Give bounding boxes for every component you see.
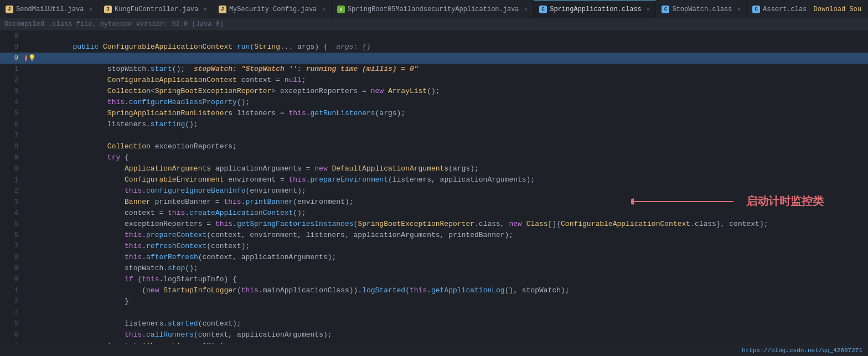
- tab-security[interactable]: J MySecurity Config.java ×: [213, 0, 332, 18]
- code-line-10: 0 💡 stopWatch.start(); stopWatch: "StopW…: [0, 53, 868, 64]
- code-line-34: 4 listeners.started(context);: [0, 307, 868, 318]
- code-line-18: 8 try {: [0, 141, 868, 152]
- code-line-24: 4 exceptionReporters = this.getSpringFac…: [0, 208, 868, 219]
- line-number-36: 6: [0, 329, 25, 340]
- line-number-11: 1: [0, 64, 25, 75]
- code-line-29: 9 if (this.logStartupInfo) {: [0, 263, 868, 274]
- line-number-17: 7: [0, 130, 25, 141]
- line-number-13: 3: [0, 86, 25, 97]
- code-line-25: 5 this.prepareContext(context, environme…: [0, 219, 868, 230]
- line-number-35: 5: [0, 318, 25, 329]
- code-line-35: 5 this.callRunners(context, applicationA…: [0, 318, 868, 329]
- download-source-link[interactable]: Download Sou: [807, 0, 868, 18]
- code-line-13: 3 this.configureHeadlessProperty();: [0, 86, 868, 97]
- tab-icon-kungfu: J: [104, 6, 112, 13]
- info-bar-text: Decompiled .class file, bytecode version…: [4, 20, 224, 28]
- tab-icon-spring-application: C: [539, 6, 547, 13]
- line-code-16: [36, 119, 868, 130]
- code-line-11: 1 ConfigurableApplicationContext context…: [0, 64, 868, 75]
- tab-close-spring-boot-app[interactable]: ×: [524, 6, 528, 13]
- line-number-34: 4: [0, 307, 25, 318]
- line-indicator-10: 💡: [25, 53, 36, 64]
- tab-close-spring-application[interactable]: ×: [647, 6, 650, 13]
- tab-close-security[interactable]: ×: [322, 6, 326, 13]
- tab-label-send-mail: SendMailUtil.java: [16, 6, 84, 13]
- tab-icon-assert: C: [752, 6, 760, 13]
- tab-icon-send-mail: J: [6, 6, 13, 13]
- code-line-8: 8 public ConfigurableApplicationContext …: [0, 30, 868, 42]
- status-bar-url[interactable]: https://blog.csdn.net/qq_42697271: [742, 347, 862, 354]
- breakpoint-icon: [25, 55, 27, 61]
- line-number-23: 3: [0, 197, 25, 208]
- line-number-9: 9: [0, 42, 25, 53]
- line-code-32: [36, 296, 868, 307]
- tab-label-kungfu: KungFuController.java: [115, 6, 198, 13]
- line-number-12: 2: [0, 75, 25, 86]
- tab-icon-spring-boot-app: S: [337, 6, 345, 13]
- code-line-26: 6 this.refreshContext(context);: [0, 230, 868, 241]
- tab-send-mail[interactable]: J SendMailUtil.java ×: [0, 0, 99, 18]
- code-line-9: 9 StopWatch stopWatch = new StopWatch();…: [0, 42, 868, 53]
- line-number-32: 2: [0, 296, 25, 307]
- line-number-24: 4: [0, 208, 25, 219]
- line-number-20: 0: [0, 163, 25, 174]
- line-number-25: 5: [0, 219, 25, 230]
- code-line-21: 1 this.configureIgnoreBeanInfo(environme…: [0, 174, 868, 185]
- code-line-15: 5 listeners.starting();: [0, 108, 868, 119]
- code-line-23: 3 context = this.createApplicationContex…: [0, 197, 868, 208]
- code-line-16: 6: [0, 119, 868, 130]
- tab-spring-application[interactable]: C SpringApplication.class ×: [534, 0, 656, 18]
- line-number-22: 2: [0, 185, 25, 197]
- line-number-31: 1: [0, 285, 25, 296]
- line-number-15: 5: [0, 108, 25, 119]
- code-line-36: 6 } catch (Throwable var10) {: [0, 329, 868, 340]
- tab-stopwatch[interactable]: C StopWatch.class ×: [656, 0, 747, 18]
- line-number-28: 8: [0, 252, 25, 263]
- line-number-21: 1: [0, 174, 25, 185]
- code-line-32: 2: [0, 296, 868, 307]
- line-number-14: 4: [0, 97, 25, 108]
- line-number-30: 0: [0, 274, 25, 285]
- line-number-16: 6: [0, 119, 25, 130]
- line-number-27: 7: [0, 241, 25, 252]
- tab-kungfu[interactable]: J KungFuController.java ×: [99, 0, 213, 18]
- code-line-28: 8 stopWatch.stop();: [0, 252, 868, 263]
- code-line-20: 0 ConfigurableEnvironment environment = …: [0, 163, 868, 174]
- code-line-12: 2 Collection<SpringBootExceptionReporter…: [0, 75, 868, 86]
- tab-label-assert: Assert.class: [763, 6, 810, 13]
- line-number-26: 6: [0, 230, 25, 241]
- tab-close-send-mail[interactable]: ×: [89, 6, 92, 13]
- tab-icon-stopwatch: C: [662, 6, 669, 13]
- line-number-8: 8: [0, 30, 25, 42]
- tab-bar: J SendMailUtil.java × J KungFuController…: [0, 0, 868, 18]
- code-line-22: 2 Banner printedBanner = this.printBanne…: [0, 185, 868, 197]
- tab-spring-boot-app[interactable]: S SpringBoot05MailandsecurityApplication…: [332, 0, 534, 18]
- tab-icon-security: J: [219, 6, 226, 13]
- code-container: 8 public ConfigurableApplicationContext …: [0, 30, 868, 344]
- tab-label-security: MySecurity Config.java: [229, 6, 317, 13]
- tab-label-stopwatch: StopWatch.class: [672, 6, 732, 13]
- warning-icon: 💡: [28, 53, 36, 64]
- code-line-30: 0 (new StartupInfoLogger(this.mainApplic…: [0, 274, 868, 285]
- info-bar: Decompiled .class file, bytecode version…: [0, 18, 868, 30]
- code-line-19: 9 ApplicationArguments applicationArgume…: [0, 152, 868, 163]
- tab-close-stopwatch[interactable]: ×: [737, 6, 741, 13]
- status-bar: https://blog.csdn.net/qq_42697271: [0, 344, 868, 356]
- code-editor[interactable]: 8 public ConfigurableApplicationContext …: [0, 30, 868, 344]
- tab-close-kungfu[interactable]: ×: [203, 6, 207, 13]
- tab-label-spring-application: SpringApplication.class: [550, 6, 642, 13]
- line-number-29: 9: [0, 263, 25, 274]
- code-line-17: 7 Collection exceptionReporters;: [0, 130, 868, 141]
- code-line-27: 7 this.afterRefresh(context, application…: [0, 241, 868, 252]
- line-number-18: 8: [0, 141, 25, 152]
- code-line-31: 1 }: [0, 285, 868, 296]
- code-line-14: 4 SpringApplicationRunListeners listener…: [0, 97, 868, 108]
- tab-label-spring-boot-app: SpringBoot05MailandsecurityApplication.j…: [348, 6, 519, 13]
- line-number-19: 9: [0, 152, 25, 163]
- line-number-10: 0: [0, 53, 25, 64]
